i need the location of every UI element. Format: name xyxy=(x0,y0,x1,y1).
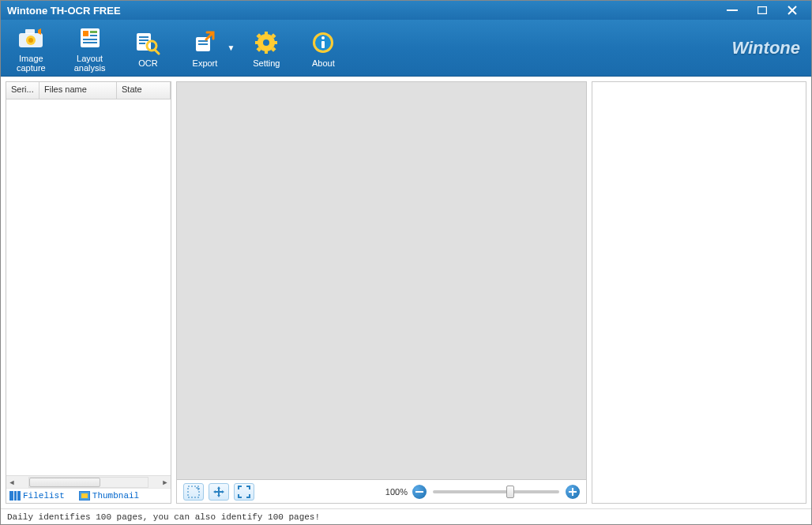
svg-rect-14 xyxy=(139,39,148,41)
zoom-in-button[interactable] xyxy=(566,485,580,499)
camera-icon xyxy=(17,24,45,52)
scroll-thumb[interactable] xyxy=(29,478,100,487)
info-icon xyxy=(309,28,337,57)
column-state[interactable]: State xyxy=(117,82,171,99)
title-bar: Wintone TH-OCR FREE xyxy=(1,1,811,20)
svg-point-32 xyxy=(321,36,325,39)
maximize-button[interactable] xyxy=(754,4,770,17)
layout-icon xyxy=(76,24,104,52)
zoom-slider[interactable] xyxy=(433,490,559,493)
preview-controls: 100% xyxy=(177,479,586,503)
svg-rect-9 xyxy=(90,35,97,36)
close-button[interactable] xyxy=(784,4,800,17)
file-list-header: Seri... Files name State xyxy=(6,82,171,99)
tab-thumbnail[interactable]: Thumbnail xyxy=(79,491,139,501)
minus-icon xyxy=(415,491,423,493)
svg-rect-37 xyxy=(569,491,577,493)
export-button[interactable]: Export xyxy=(186,25,224,71)
svg-rect-0 xyxy=(727,9,738,11)
brand-logo: Wintone xyxy=(731,38,800,58)
svg-rect-23 xyxy=(265,50,268,54)
zoom-slider-thumb[interactable] xyxy=(506,486,514,498)
image-capture-button[interactable]: Image capture xyxy=(12,21,51,76)
zoom-level-label: 100% xyxy=(385,487,408,497)
main-area: Seri... Files name State ◄ ► Filelist Th… xyxy=(1,77,811,508)
thumbnail-tab-icon xyxy=(79,491,90,501)
svg-rect-35 xyxy=(415,491,423,493)
app-title: Wintone TH-OCR FREE xyxy=(7,5,121,17)
svg-rect-24 xyxy=(255,41,259,44)
image-preview-panel: 100% xyxy=(176,81,587,504)
maximize-icon xyxy=(757,6,767,14)
move-icon xyxy=(212,486,225,498)
layout-analysis-button[interactable]: Layout analysis xyxy=(70,21,111,76)
scroll-right-arrow[interactable]: ► xyxy=(160,477,171,488)
result-panel xyxy=(592,81,806,504)
svg-rect-7 xyxy=(83,31,88,36)
scroll-left-arrow[interactable]: ◄ xyxy=(6,477,17,488)
main-toolbar: Image capture Layout analysis OCR Export… xyxy=(1,20,811,77)
pan-button[interactable] xyxy=(209,483,229,501)
file-list-hscroll[interactable]: ◄ ► xyxy=(6,475,171,488)
svg-rect-1 xyxy=(758,7,767,14)
ocr-button[interactable]: OCR xyxy=(129,25,167,71)
tab-filelist[interactable]: Filelist xyxy=(9,491,65,501)
column-files-name[interactable]: Files name xyxy=(39,82,117,99)
svg-point-21 xyxy=(263,39,269,46)
svg-rect-25 xyxy=(273,41,277,44)
status-bar: Daily identifies 100 pages, you can also… xyxy=(1,508,811,524)
file-list-body xyxy=(6,99,171,475)
setting-button[interactable]: Setting xyxy=(247,25,285,71)
svg-rect-33 xyxy=(321,41,325,48)
fullscreen-icon xyxy=(238,486,250,498)
svg-point-5 xyxy=(28,38,33,43)
svg-rect-3 xyxy=(25,29,35,34)
svg-rect-19 xyxy=(198,43,208,45)
about-button[interactable]: About xyxy=(304,25,342,71)
filelist-tab-icon xyxy=(9,491,21,501)
zoom-out-button[interactable] xyxy=(412,485,427,499)
fullscreen-button[interactable] xyxy=(234,483,254,501)
svg-rect-13 xyxy=(139,36,148,38)
export-dropdown-arrow[interactable]: ▼ xyxy=(227,43,235,52)
svg-rect-10 xyxy=(83,39,97,40)
export-icon xyxy=(190,28,219,57)
svg-rect-11 xyxy=(83,42,97,43)
svg-rect-8 xyxy=(90,31,97,33)
plus-icon xyxy=(569,488,577,496)
svg-rect-22 xyxy=(265,32,268,36)
select-region-icon xyxy=(187,486,200,498)
ocr-search-icon xyxy=(133,28,162,57)
gear-icon xyxy=(252,28,280,57)
status-text: Daily identifies 100 pages, you can also… xyxy=(7,512,320,522)
close-icon xyxy=(788,6,797,15)
scroll-track[interactable] xyxy=(28,477,148,488)
svg-rect-15 xyxy=(139,43,145,44)
select-region-button[interactable] xyxy=(183,483,204,501)
column-serial[interactable]: Seri... xyxy=(6,82,39,99)
minimize-icon xyxy=(727,9,738,11)
file-list-panel: Seri... Files name State ◄ ► Filelist Th… xyxy=(6,81,171,504)
minimize-button[interactable] xyxy=(724,4,740,17)
